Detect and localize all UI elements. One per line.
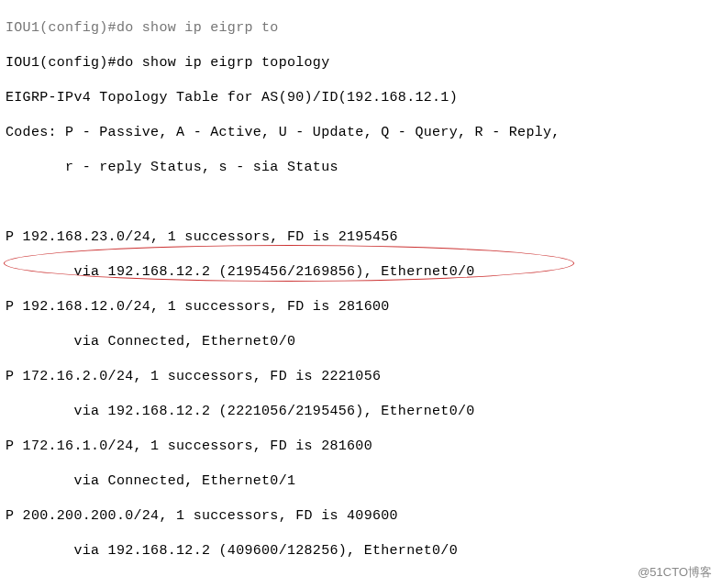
route-entry-highlighted: P 200.200.200.0/24, 1 successors, FD is … [6, 507, 715, 525]
route-entry: P 192.168.12.0/24, 1 successors, FD is 2… [6, 298, 715, 316]
command-line: IOU1(config)#do show ip eigrp topology [6, 54, 715, 72]
table-header: EIGRP-IPv4 Topology Table for AS(90)/ID(… [6, 89, 715, 106]
route-via-highlighted: via 192.168.12.2 (409600/128256), Ethern… [6, 542, 715, 560]
route-via: via Connected, Ethernet0/0 [6, 333, 715, 350]
route-entry: P 172.16.2.0/24, 1 successors, FD is 222… [6, 368, 715, 385]
route-via: via 192.168.12.2 (2221056/2195456), Ethe… [6, 403, 715, 420]
route-via: via 192.168.12.2 (2195456/2169856), Ethe… [6, 263, 715, 281]
partial-prev-line: IOU1(config)#do show ip eigrp to [6, 19, 715, 37]
watermark-text: @51CTO博客 [638, 563, 712, 581]
route-via: via Connected, Ethernet0/1 [6, 472, 715, 490]
blank-line [6, 194, 715, 211]
route-entry: P 192.168.23.0/24, 1 successors, FD is 2… [6, 228, 715, 246]
codes-line-1: Codes: P - Passive, A - Active, U - Upda… [6, 124, 715, 141]
codes-line-2: r - reply Status, s - sia Status [6, 159, 715, 176]
terminal-output-iou1: IOU1(config)#do show ip eigrp to IOU1(co… [0, 0, 721, 588]
route-entry: P 172.16.1.0/24, 1 successors, FD is 281… [6, 438, 715, 455]
